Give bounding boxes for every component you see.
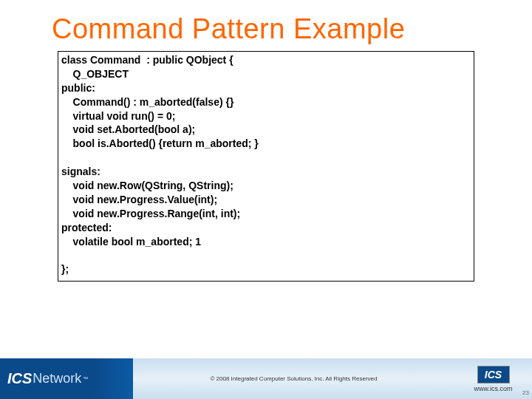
code-line: signals: (61, 166, 100, 177)
footer-right: ICS www.ics.com (454, 358, 532, 399)
logo-text-ics: ICS (7, 370, 32, 387)
copyright-text: © 2008 Integrated Computer Solutions, In… (210, 375, 377, 382)
slide-title: Command Pattern Example (0, 0, 532, 45)
code-line: volatile bool m_aborted; 1 (61, 236, 201, 248)
code-line: protected: (61, 222, 112, 233)
footer-mid: © 2008 Integrated Computer Solutions, In… (133, 358, 454, 399)
code-line: virtual void run() = 0; (61, 110, 175, 122)
ics-small-logo: ICS (477, 366, 510, 383)
page-number: 23 (522, 389, 529, 396)
code-line: public: (61, 82, 95, 94)
code-line: Q_OBJECT (61, 68, 129, 80)
code-line: void new.Progress.Range(int, int); (61, 208, 240, 219)
logo-tm: ™ (83, 376, 88, 381)
code-line: class Command : public QObject { (61, 54, 233, 66)
code-line: bool is.Aborted() {return m_aborted; } (61, 137, 259, 149)
code-line: void new.Progress.Value(int); (61, 194, 217, 205)
code-line: void new.Row(QString, QString); (61, 180, 233, 191)
footer: ICSNetwork™ © 2008 Integrated Computer S… (0, 358, 532, 399)
code-block: class Command : public QObject { Q_OBJEC… (58, 51, 474, 282)
footer-url: www.ics.com (474, 385, 512, 392)
code-line: }; (61, 263, 69, 275)
code-line: Command() : m_aborted(false) {} (61, 96, 233, 108)
logo-text-network: Network (33, 371, 81, 386)
footer-logo-left: ICSNetwork™ (0, 358, 133, 399)
code-line: void set.Aborted(bool a); (61, 123, 195, 135)
